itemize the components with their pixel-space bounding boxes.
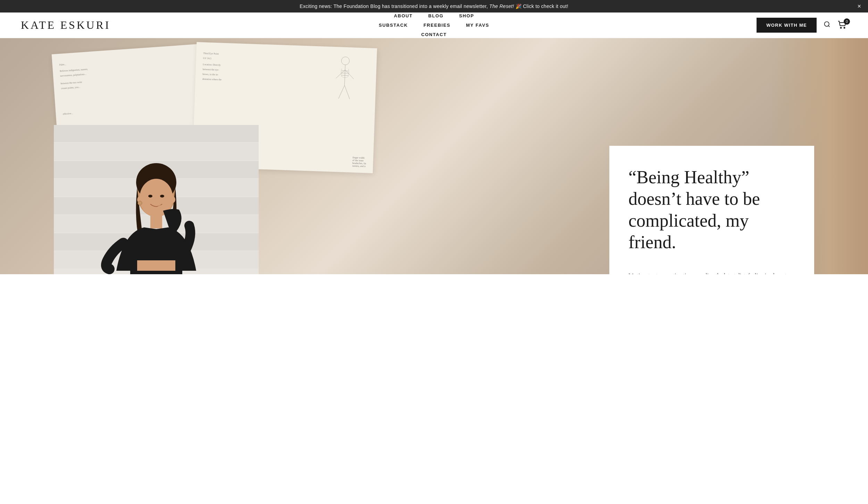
svg-rect-30 (150, 215, 162, 228)
nav-my-favs[interactable]: MY FAVS (466, 23, 489, 28)
svg-line-5 (344, 65, 345, 85)
svg-point-29 (160, 195, 164, 198)
person-image (54, 125, 259, 274)
hero-body-text: It’s time to stop wasting time googling … (628, 271, 795, 274)
search-button[interactable] (824, 21, 831, 30)
announcement-bar: Exciting news: The Foundation Blog has t… (0, 0, 868, 12)
hero-section: Palm... Relieves indigestion, nausea, ne… (0, 38, 868, 274)
announcement-text: Exciting news: The Foundation Blog has t… (300, 3, 568, 9)
svg-point-28 (148, 195, 152, 198)
svg-line-1 (828, 26, 830, 27)
svg-line-10 (342, 71, 348, 71)
cart-count-badge: 0 (844, 18, 850, 25)
nav-substack[interactable]: SUBSTACK (379, 23, 408, 28)
cart-button[interactable]: 0 (837, 20, 847, 30)
work-with-me-button[interactable]: WORK WITH ME (757, 18, 817, 33)
main-navigation: ABOUT BLOG SHOP SUBSTACK FREEBIES MY FAV… (379, 11, 489, 39)
nav-freebies[interactable]: FREEBIES (424, 23, 451, 28)
svg-point-3 (844, 27, 845, 28)
svg-point-2 (841, 27, 842, 28)
svg-rect-14 (54, 125, 259, 142)
svg-rect-15 (54, 143, 259, 160)
nav-row-2: SUBSTACK FREEBIES MY FAVS (379, 20, 489, 30)
nav-row-1: ABOUT BLOG SHOP (394, 11, 474, 20)
svg-line-8 (339, 85, 344, 99)
svg-point-0 (825, 22, 829, 26)
hero-content-card: “Being Healthy” doesn’t have to be compl… (609, 146, 814, 274)
nav-contact[interactable]: CONTACT (421, 32, 447, 37)
svg-point-27 (138, 201, 142, 205)
svg-line-9 (344, 85, 350, 99)
hero-heading: “Being Healthy” doesn’t have to be compl… (628, 167, 795, 253)
nav-about[interactable]: ABOUT (394, 13, 413, 18)
site-header: KATE ESKURI ABOUT BLOG SHOP SUBSTACK FRE… (0, 12, 868, 38)
nav-shop[interactable]: SHOP (459, 13, 474, 18)
header-actions: WORK WITH ME 0 (757, 18, 847, 33)
person-photo-card (54, 125, 259, 274)
svg-rect-33 (137, 260, 175, 271)
nav-row-3: CONTACT (421, 30, 447, 39)
svg-line-12 (342, 75, 348, 76)
close-announcement-button[interactable]: × (857, 3, 861, 9)
site-logo-link[interactable]: KATE ESKURI (21, 19, 110, 32)
svg-line-11 (341, 73, 349, 73)
nav-blog[interactable]: BLOG (428, 13, 444, 18)
svg-point-4 (341, 57, 350, 65)
search-icon (824, 21, 831, 30)
svg-rect-32 (130, 271, 182, 274)
site-logo: KATE ESKURI (21, 19, 110, 31)
svg-point-26 (170, 196, 175, 203)
svg-line-7 (345, 70, 354, 79)
